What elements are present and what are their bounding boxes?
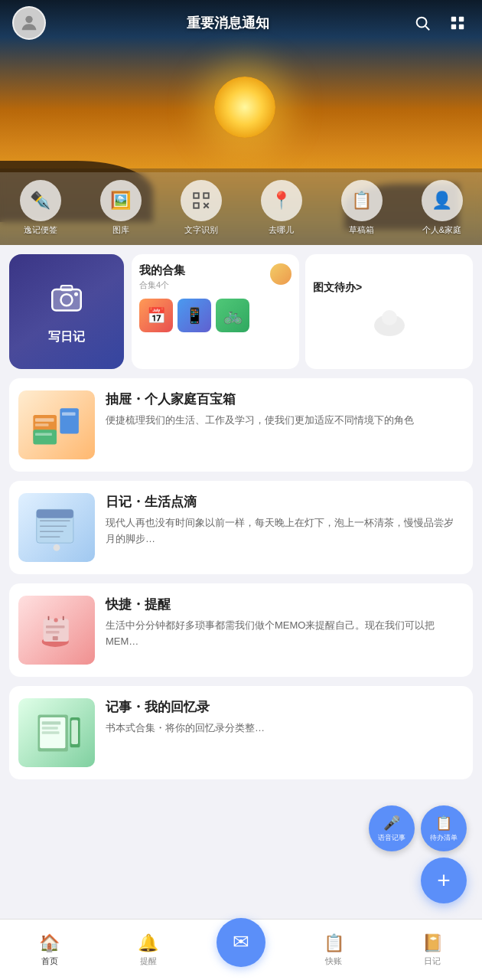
tab-diary-label: 日记 <box>424 956 441 967</box>
svg-point-0 <box>25 16 32 23</box>
svg-rect-21 <box>60 408 79 433</box>
fab-main-button[interactable]: + <box>421 858 467 903</box>
fab-small-row: 🎤 语音记事 📋 待办清单 <box>369 805 467 851</box>
collection-thumb-1: 📅 <box>139 299 173 332</box>
fab-area: 🎤 语音记事 📋 待办清单 + <box>369 805 467 903</box>
feature-image-2 <box>30 501 83 554</box>
tab-reminder[interactable]: 🔔 提醒 <box>118 933 179 967</box>
search-icon <box>414 15 431 31</box>
nav-label-diary-tag: 逸记便签 <box>24 224 57 236</box>
avatar[interactable] <box>12 6 46 40</box>
feature-title-2: 日记・生活点滴 <box>106 493 461 511</box>
write-diary-card[interactable]: 写日记 <box>9 254 124 369</box>
svg-rect-7 <box>194 193 199 198</box>
avatar-icon <box>18 12 40 34</box>
tab-home-label: 首页 <box>41 956 58 967</box>
nav-item-gallery[interactable]: 🖼️ 图库 <box>90 180 151 236</box>
svg-rect-20 <box>35 423 49 426</box>
top-cards: 写日记 我的合集 合集4个 📅 📱 🚲 <box>9 254 473 369</box>
feature-image-4 <box>30 706 83 760</box>
voice-record-label: 语音记事 <box>378 833 405 843</box>
main-content: 写日记 我的合集 合集4个 📅 📱 🚲 <box>0 245 482 850</box>
hero-section: 重要消息通知 ✒️ 逸记便签 🖼 <box>0 0 482 245</box>
svg-rect-44 <box>42 731 60 734</box>
collection-title: 我的合集 <box>139 263 185 278</box>
camera-icon <box>47 278 86 316</box>
tab-center-button[interactable]: ✉ <box>217 918 265 967</box>
nav-item-diary-tag[interactable]: ✒️ 逸记便签 <box>10 180 71 236</box>
header-title: 重要消息通知 <box>187 14 269 32</box>
svg-line-2 <box>425 26 429 30</box>
mic-icon: 🎤 <box>383 815 400 831</box>
feature-title-3: 快捷・提醒 <box>106 596 461 613</box>
svg-rect-8 <box>204 193 209 198</box>
collection-thumb-3: 🚲 <box>216 299 249 332</box>
nav-icon-family: 👤 <box>422 180 463 221</box>
todo-placeholder <box>370 302 409 344</box>
svg-rect-3 <box>451 17 456 21</box>
write-diary-label: 写日记 <box>48 329 85 345</box>
nav-item-go-where[interactable]: 📍 去哪儿 <box>251 180 312 236</box>
svg-rect-37 <box>53 636 58 640</box>
feature-desc-4: 书本式合集・将你的回忆录分类整… <box>106 720 461 737</box>
svg-point-15 <box>74 292 78 296</box>
todo-image-icon <box>370 302 409 341</box>
feature-text-3: 快捷・提醒 生活中分分钟都好多琐事都需我们做个MEMO来提醒自己。现在我们可以把… <box>106 596 461 650</box>
feature-thumb-1 <box>18 390 95 459</box>
svg-rect-14 <box>61 286 73 290</box>
nav-item-ocr[interactable]: 文字识别 <box>171 180 232 236</box>
grid-button[interactable] <box>445 11 470 35</box>
todo-card[interactable]: 图文待办> <box>305 254 473 369</box>
svg-point-17 <box>382 310 397 325</box>
feature-text-2: 日记・生活点滴 现代人再也没有时间象以前一样，每天晚上在灯下，泡上一杯清茶，慢慢… <box>106 493 461 547</box>
collection-card-inner: 我的合集 合集4个 📅 📱 🚲 <box>139 263 291 332</box>
nav-icon-diary-tag: ✒️ <box>20 180 61 221</box>
tab-quick[interactable]: 📋 快账 <box>303 933 364 967</box>
svg-rect-30 <box>37 509 73 518</box>
svg-rect-4 <box>459 17 464 21</box>
collection-card[interactable]: 我的合集 合集4个 📅 📱 🚲 <box>132 254 299 369</box>
svg-rect-36 <box>46 631 60 634</box>
nav-icon-go-where: 📍 <box>261 180 302 221</box>
svg-point-1 <box>417 18 427 28</box>
feature-card-4[interactable]: 记事・我的回忆录 书本式合集・将你的回忆录分类整… <box>9 686 473 779</box>
feature-desc-2: 现代人再也没有时间象以前一样，每天晚上在灯下，泡上一杯清茶，慢慢品尝岁月的脚步… <box>106 515 461 547</box>
feature-card-2[interactable]: 日记・生活点滴 现代人再也没有时间象以前一样，每天晚上在灯下，泡上一杯清茶，慢慢… <box>9 481 473 574</box>
collection-count: 合集4个 <box>139 279 185 291</box>
quick-icon: 📋 <box>324 933 344 953</box>
fab-plus-icon: + <box>437 867 451 893</box>
todo-list-button[interactable]: 📋 待办清单 <box>421 805 467 851</box>
nav-label-trash: 草稿箱 <box>349 224 374 236</box>
nav-icon-gallery: 🖼️ <box>100 180 142 221</box>
center-icon: ✉ <box>233 930 249 954</box>
collection-circle-badge <box>270 263 291 285</box>
svg-rect-43 <box>42 727 58 730</box>
search-button[interactable] <box>410 11 435 35</box>
todo-icon: 📋 <box>435 815 452 831</box>
collection-thumbs: 📅 📱 🚲 <box>139 299 291 332</box>
nav-icon-ocr <box>181 180 222 221</box>
voice-record-button[interactable]: 🎤 语音记事 <box>369 805 415 851</box>
svg-point-31 <box>54 544 60 551</box>
feature-card-1[interactable]: 抽屉・个人家庭百宝箱 便捷梳理我们的生活、工作及学习，使我们更加适应不同情境下的… <box>9 378 473 472</box>
ocr-icon-svg <box>191 191 211 211</box>
tab-diary[interactable]: 📔 日记 <box>402 933 463 967</box>
feature-card-3[interactable]: 快捷・提醒 生活中分分钟都好多琐事都需我们做个MEMO来提醒自己。现在我们可以把… <box>9 583 473 677</box>
home-icon: 🏠 <box>39 933 60 953</box>
nav-item-trash[interactable]: 📋 草稿箱 <box>331 180 392 236</box>
feature-image-3 <box>30 603 83 657</box>
header-bar: 重要消息通知 <box>0 0 482 46</box>
nav-label-family: 个人&家庭 <box>422 224 461 236</box>
nav-item-family[interactable]: 👤 个人&家庭 <box>412 180 473 236</box>
svg-rect-35 <box>46 626 65 629</box>
feature-thumb-2 <box>18 493 95 562</box>
quick-nav: ✒️ 逸记便签 🖼️ 图库 文字识别 📍 去哪儿 📋 <box>0 172 482 245</box>
todo-title: 图文待办> <box>313 281 362 295</box>
nav-label-gallery: 图库 <box>112 224 129 236</box>
feature-thumb-3 <box>18 596 95 665</box>
feature-desc-3: 生活中分分钟都好多琐事都需我们做个MEMO来提醒自己。现在我们可以把MEM… <box>106 618 461 650</box>
feature-title-4: 记事・我的回忆录 <box>106 698 461 716</box>
tab-home[interactable]: 🏠 首页 <box>19 933 80 967</box>
feature-desc-1: 便捷梳理我们的生活、工作及学习，使我们更加适应不同情境下的角色 <box>106 413 461 429</box>
nav-label-ocr: 文字识别 <box>184 224 218 236</box>
